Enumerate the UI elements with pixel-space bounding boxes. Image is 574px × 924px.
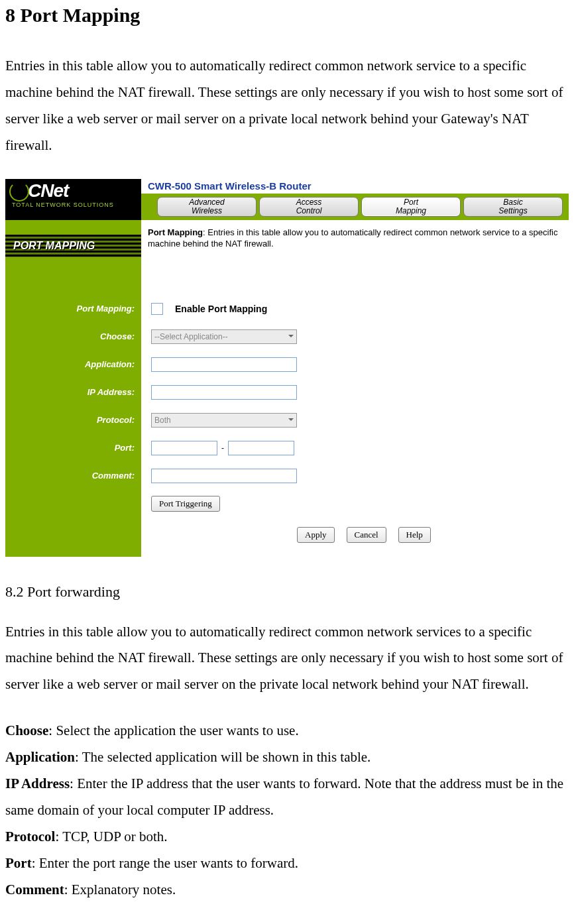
def-ip: IP Address: Enter the IP address that th… <box>5 771 569 824</box>
ip-input[interactable] <box>151 385 297 400</box>
tab-label-line1: Advanced <box>189 198 224 207</box>
port-from-input[interactable] <box>151 441 217 455</box>
desc-label: Port Mapping <box>148 227 203 237</box>
choose-select[interactable]: --Select Application-- <box>151 329 297 344</box>
subsection-paragraph: Entries in this table allow you to autom… <box>5 619 569 699</box>
tab-port-mapping[interactable]: Port Mapping <box>361 197 461 217</box>
tab-label-line1: Basic <box>503 198 522 207</box>
logo-tagline: TOTAL NETWORK SOLUTIONS <box>5 202 141 208</box>
tab-label-line2: Settings <box>498 206 527 215</box>
label-protocol: Protocol: <box>5 415 141 425</box>
swirl-icon <box>9 182 29 202</box>
page-description: Port Mapping: Entries in this table allo… <box>148 227 562 250</box>
tab-label-line1: Port <box>404 198 418 207</box>
desc-text: : Entries in this table allow you to aut… <box>148 227 557 249</box>
label-comment: Comment: <box>5 471 141 481</box>
port-triggering-button[interactable]: Port Triggering <box>151 496 220 512</box>
tab-advanced-wireless[interactable]: Advanced Wireless <box>157 197 257 217</box>
tabbar: Advanced Wireless Access Control Port Ma… <box>141 194 569 220</box>
tab-label-line1: Access <box>296 198 322 207</box>
port-to-input[interactable] <box>228 441 294 455</box>
enable-checkbox[interactable] <box>151 303 163 315</box>
apply-button[interactable]: Apply <box>297 527 335 543</box>
tab-access-control[interactable]: Access Control <box>259 197 359 217</box>
logo: CNet TOTAL NETWORK SOLUTIONS <box>5 179 141 220</box>
product-title: CWR-500 Smart Wireless-B Router <box>148 180 312 192</box>
def-port: Port: Enter the port range the user want… <box>5 850 569 877</box>
port-separator: - <box>221 443 224 453</box>
def-choose: Choose: Select the application the user … <box>5 718 569 744</box>
application-input[interactable] <box>151 357 297 372</box>
tab-basic-settings[interactable]: Basic Settings <box>463 197 563 217</box>
intro-paragraph: Entries in this table allow you to autom… <box>5 53 569 159</box>
tab-label-line2: Mapping <box>396 206 426 215</box>
label-ip: IP Address: <box>5 387 141 397</box>
protocol-select[interactable]: Both <box>151 413 297 428</box>
tab-label-line2: Wireless <box>192 206 222 215</box>
tab-label-line2: Control <box>296 206 322 215</box>
label-port-mapping: Port Mapping: <box>5 304 141 314</box>
router-screenshot: CNet TOTAL NETWORK SOLUTIONS CWR-500 Sma… <box>5 179 569 557</box>
cancel-button[interactable]: Cancel <box>347 527 386 543</box>
label-application: Application: <box>5 359 141 369</box>
label-port: Port: <box>5 443 141 453</box>
enable-label: Enable Port Mapping <box>175 304 267 314</box>
section-title: PORT MAPPING <box>13 240 95 252</box>
def-application: Application: The selected application wi… <box>5 744 569 771</box>
subsection-heading: 8.2 Port forwarding <box>5 583 569 601</box>
def-protocol: Protocol: TCP, UDP or both. <box>5 824 569 850</box>
help-button[interactable]: Help <box>398 527 431 543</box>
def-comment: Comment: Explanatory notes. <box>5 877 569 903</box>
label-choose: Choose: <box>5 331 141 341</box>
comment-input[interactable] <box>151 469 297 483</box>
page-heading: 8 Port Mapping <box>5 4 569 27</box>
